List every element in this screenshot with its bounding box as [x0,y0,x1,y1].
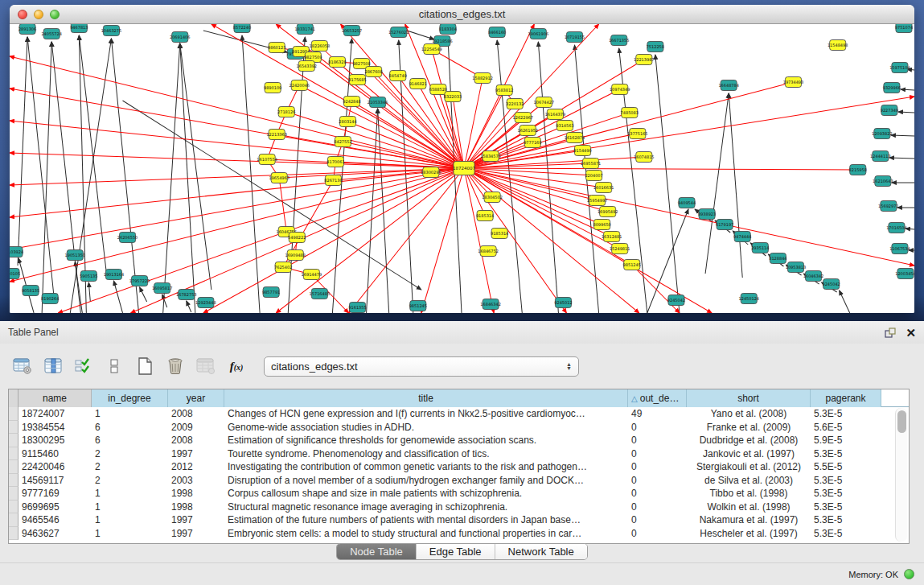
column-header-title[interactable]: title [224,389,628,407]
graph-node-label: 15692971 [878,204,898,208]
column-header-pagerank[interactable]: pagerank [811,389,881,407]
row-boxes-icon[interactable] [103,356,125,377]
graph-node-label: 16909488 [285,253,306,257]
row-gutter [9,527,18,541]
cell-short: Nakamura et al. (1997) [687,513,811,527]
close-window-button[interactable] [18,10,27,19]
node-table: namein_degreeyeartitle△out_de…shortpager… [8,389,910,544]
graph-node-label: 8427552 [334,139,351,144]
column-header-label: pagerank [825,393,865,404]
graph-node-label: 19013164 [104,272,124,277]
column-header-name[interactable]: name [18,389,92,407]
graph-node-label: 19734493 [783,80,803,84]
scrollbar-thumb[interactable] [897,410,906,433]
graph-node-label: 16543392 [297,64,317,68]
graph-node-label: 9851245 [623,262,641,267]
column-header-in_degree[interactable]: in_degree [92,389,168,407]
cell-title: Tourette syndrome. Phenomenology and cla… [224,447,628,461]
network-window-title: citations_edges.txt [10,8,914,20]
graph-node-label: 10719155 [565,35,585,39]
graph-node-label: 8186328 [328,60,346,64]
cell-name: 9699695 [18,501,92,514]
graph-node-label: 9409544 [678,200,696,205]
table-row[interactable]: 1830029562008Estimation of significance … [9,434,909,447]
graph-node-label: 12923448 [195,300,216,305]
column-header-label: year [187,393,205,404]
graph-node-label: 6179197 [716,222,733,227]
table-panel-header: Table Panel ✕ [0,321,924,344]
table-row[interactable]: 977716911998Corpus callosum shape and si… [9,487,909,501]
table-select[interactable]: citations_edges.txt ▲▼ [264,356,579,377]
graph-node-label: 13775165 [627,131,647,136]
network-graph[interactable]: 2891306240557249467813104632752069140685… [10,24,914,313]
tab-node-table[interactable]: Node Table [337,544,417,559]
cell-pagerank: 5.3E-5 [811,527,881,541]
table-row[interactable]: 946554611997Estimation of the future num… [9,513,909,527]
table-row[interactable]: 1456911722003Disruption of a novel membe… [9,474,909,488]
column-header-label: name [43,393,67,404]
row-gutter [9,487,18,501]
graph-node-label: 18331741 [295,27,315,31]
trash-icon[interactable] [164,356,187,377]
table-row[interactable]: 946362711997Embryonic stem cells: a mode… [9,527,909,541]
column-header-out_degree[interactable]: △out_de… [628,389,687,407]
graph-node-label: 16095817 [152,286,172,290]
table-row[interactable]: 911546021997Tourette syndrome. Phenomeno… [9,447,909,461]
row-gutter [9,421,18,435]
cell-pagerank: 5.3E-5 [811,407,881,421]
table-row[interactable]: 2242004622012Investigating the contribut… [9,460,909,474]
column-header-year[interactable]: year [168,389,224,407]
tab-network-table[interactable]: Network Table [495,544,587,559]
select-rows-icon[interactable] [72,356,95,377]
column-header-short[interactable]: short [687,389,811,407]
graph-node-label: 18724007 [453,166,476,171]
cell-year: 1998 [168,487,224,501]
minimize-window-button[interactable] [34,10,43,19]
network-canvas[interactable]: 2891306240557249467813104632752069140685… [10,24,914,313]
cell-in_degree: 1 [92,527,168,541]
cell-title: Changes of HCN gene expression and I(f) … [224,407,628,421]
table-row[interactable]: 1872400712008Changes of HCN gene express… [9,407,909,421]
graph-node-label: 9467813 [70,25,88,30]
table-scrollbar[interactable] [895,408,907,542]
cell-title: Investigating the contribution of common… [224,460,628,474]
cell-in_degree: 1 [92,487,168,501]
graph-node-label: 10974349 [610,87,630,92]
close-panel-icon[interactable]: ✕ [906,327,916,339]
network-window: citations_edges.txt 28913062405572494678… [10,5,914,313]
graph-node-label: 10674427 [534,100,554,105]
cell-pagerank: 5.3E-5 [811,513,881,527]
screen: citations_edges.txt 28913062405572494678… [0,0,924,585]
graph-node-label: 16671355 [609,38,629,43]
network-window-titlebar[interactable]: citations_edges.txt [10,5,914,24]
cell-out_degree: 0 [628,501,687,514]
function-builder-icon[interactable]: f(x) [225,356,248,377]
cell-title: Estimation of significance thresholds fo… [224,434,628,447]
graph-node-label: 9777169 [524,140,541,145]
tab-edge-table[interactable]: Edge Table [417,544,495,559]
graph-node-label: 8190264 [41,296,59,301]
cell-out_degree: 0 [628,487,687,501]
column-selector-icon[interactable] [42,356,64,377]
graph-node-label: 12213987 [634,57,654,62]
graph-node-label: 9058135 [22,288,39,293]
graph-node-label: 20691406 [170,35,190,39]
graph-node-label: 9583812 [495,88,513,93]
cell-in_degree: 2 [92,447,168,461]
graph-node-label: 8322033 [444,94,462,99]
table-settings-icon[interactable] [11,356,34,377]
table-row[interactable]: 969969511998Structural magnetic resonanc… [9,501,909,514]
graph-node-label: 2935114 [751,245,769,250]
float-panel-icon[interactable] [885,328,896,338]
zoom-window-button[interactable] [50,10,60,19]
graph-node-label: 16955871 [581,161,601,166]
graph-node-label: 2204007 [585,173,602,178]
graph-node-label: 3175685 [348,77,366,82]
table-toolbar: f(x) citations_edges.txt ▲▼ [11,350,579,382]
cell-out_degree: 0 [628,527,687,541]
cell-short: Dudbridge et al. (2008) [687,434,811,447]
create-table-icon[interactable] [133,356,156,377]
cell-name: 14569117 [18,474,92,488]
table-row[interactable]: 1938455462009Genome-wide association stu… [9,421,909,435]
graph-node-label: 7625402 [274,265,292,270]
